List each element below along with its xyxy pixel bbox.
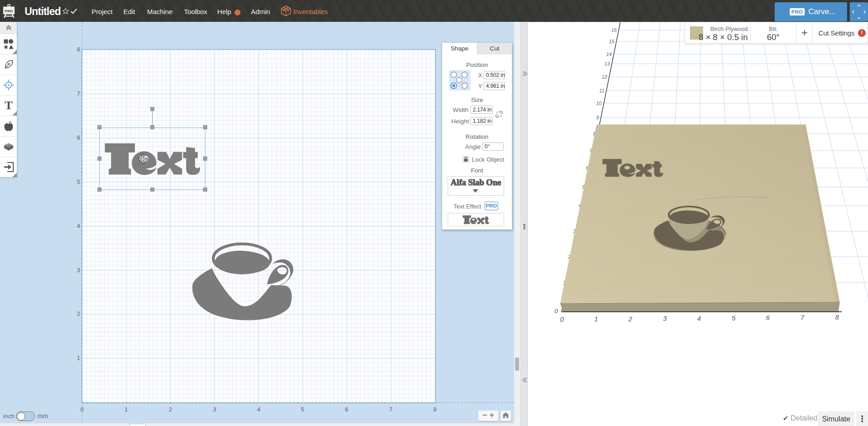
- svg-text:4: 4: [697, 314, 701, 322]
- svg-text:11: 11: [599, 88, 604, 93]
- svg-text:6: 6: [766, 314, 770, 321]
- svg-text:10: 10: [596, 101, 602, 106]
- svg-text:PRO: PRO: [5, 9, 13, 13]
- svg-text:0: 0: [560, 315, 564, 323]
- svg-text:Alfa Slab One: Alfa Slab One: [450, 178, 501, 187]
- svg-text:12: 12: [602, 74, 607, 80]
- svg-text:13: 13: [604, 61, 610, 66]
- svg-text:1: 1: [594, 315, 598, 323]
- svg-text:7: 7: [801, 314, 805, 321]
- svg-text:8: 8: [835, 313, 839, 321]
- svg-text:15: 15: [609, 39, 614, 44]
- svg-text:14: 14: [606, 51, 612, 57]
- svg-text:2: 2: [628, 315, 633, 323]
- svg-text:5: 5: [732, 314, 736, 322]
- svg-text:T: T: [5, 100, 12, 112]
- svg-text:0: 0: [554, 308, 558, 314]
- svg-text:16: 16: [611, 27, 617, 33]
- svg-text:3: 3: [663, 314, 667, 322]
- svg-text:9: 9: [596, 115, 599, 120]
